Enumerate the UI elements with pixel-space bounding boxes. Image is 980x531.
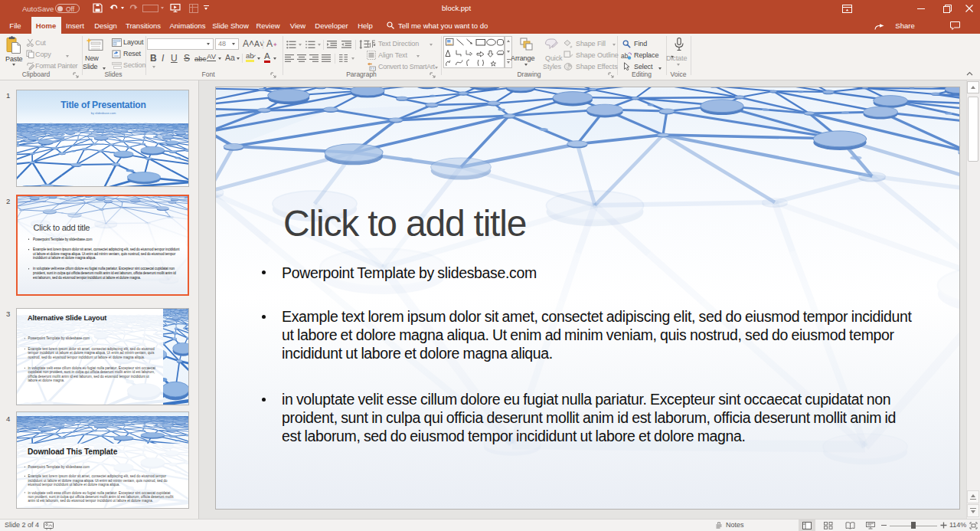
svg-text:ab: ab [621,52,629,60]
